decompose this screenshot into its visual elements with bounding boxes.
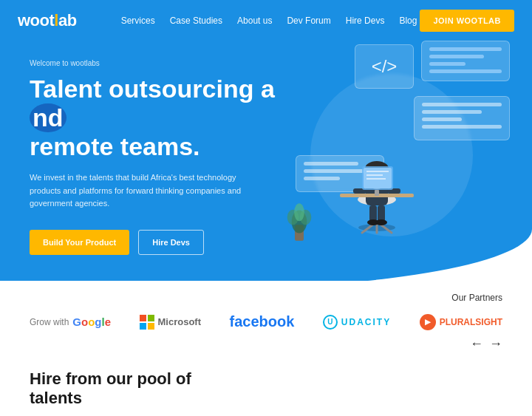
pluralsight-text: PLURALSIGHT [440, 317, 502, 327]
svg-rect-18 [369, 205, 377, 222]
hero-title: Talent outsourcing and remote teams. [30, 75, 281, 161]
prev-arrow[interactable]: ← [470, 336, 483, 352]
build-product-button[interactable]: Build Your Product [30, 230, 129, 255]
hero-illustration: </> [281, 37, 510, 259]
partner-logos: Grow with Google Microsoft facebook U UD… [30, 313, 502, 330]
welcome-text: Welcome to wootlabs [30, 59, 281, 67]
hire-title-line1: Hire from our pool of [30, 369, 191, 388]
nav-hire-devs[interactable]: Hire Devs [346, 16, 385, 26]
svg-rect-19 [378, 205, 385, 222]
person-illustration [325, 118, 429, 236]
hire-title: Hire from our pool of talents [30, 369, 191, 409]
nav-blog[interactable]: Blog [399, 16, 417, 26]
pluralsight-icon: ▶ [420, 314, 436, 330]
udacity-text: UDACITY [341, 317, 391, 327]
svg-point-21 [375, 219, 387, 225]
logo: wootlab [18, 11, 77, 30]
partner-nav-arrows: ← → [30, 336, 502, 352]
code-panel-top [421, 41, 510, 81]
nav-about[interactable]: About us [237, 16, 272, 26]
svg-rect-17 [375, 190, 379, 196]
udacity-icon: U [323, 315, 338, 330]
nav-links: Services Case Studies About us Dev Forum… [121, 16, 420, 26]
code-panel-tag: </> [355, 44, 414, 89]
microsoft-logo: Microsoft [140, 315, 202, 330]
nav-services[interactable]: Services [121, 16, 155, 26]
hero-buttons: Build Your Product Hire Devs [30, 230, 281, 255]
hero-highlight: nd [30, 103, 66, 132]
next-arrow[interactable]: → [489, 336, 502, 352]
google-text: Google [72, 316, 111, 328]
google-logo: Grow with Google [30, 316, 111, 328]
udacity-logo: U UDACITY [323, 315, 391, 330]
hero-title-text: Talent outsourcing and [30, 75, 275, 132]
hire-section: Hire from our pool of talents [30, 369, 191, 409]
join-wootlab-button[interactable]: JOIN WOOTLAB [420, 10, 514, 32]
facebook-logo: facebook [230, 313, 295, 330]
microsoft-text: Microsoft [158, 316, 202, 327]
our-partners-label: Our Partners [30, 293, 502, 303]
plant-illustration [281, 200, 318, 244]
hire-devs-button[interactable]: Hire Devs [138, 230, 204, 255]
svg-point-26 [294, 203, 304, 221]
nav-case-studies[interactable]: Case Studies [170, 16, 222, 26]
hero-section: wootlab Services Case Studies About us D… [0, 0, 532, 288]
navbar: wootlab Services Case Studies About us D… [0, 0, 532, 41]
hire-title-line2: talents [30, 389, 82, 407]
hero-subtitle: We invest in the talents that build Afri… [30, 171, 251, 211]
partners-section: Our Partners Grow with Google Microsoft … [0, 281, 532, 369]
google-grow-text: Grow with [30, 317, 69, 327]
ms-grid [140, 315, 154, 330]
pluralsight-logo: ▶ PLURALSIGHT [420, 314, 502, 330]
hero-title-line2: remote teams. [30, 132, 200, 160]
hero-content: Welcome to wootlabs Talent outsourcing a… [30, 59, 281, 255]
facebook-text: facebook [230, 313, 295, 330]
nav-dev-forum[interactable]: Dev Forum [287, 16, 330, 26]
